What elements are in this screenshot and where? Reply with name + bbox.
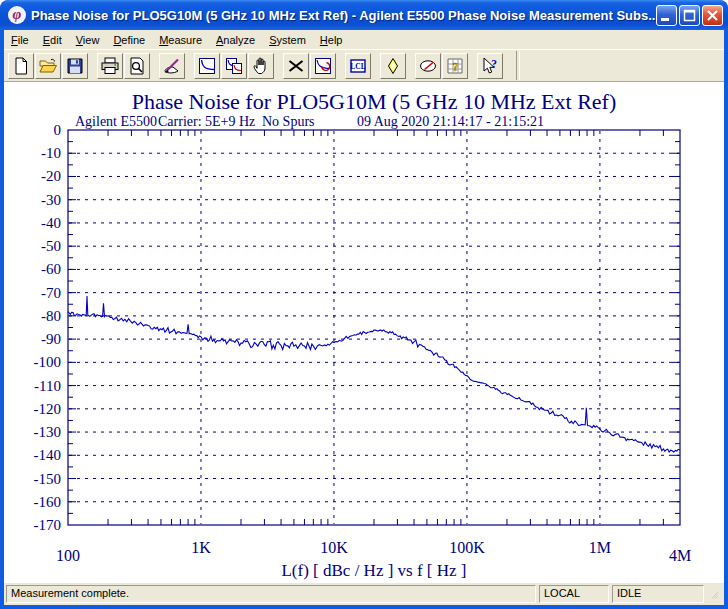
minimize-button[interactable] [656, 5, 677, 26]
chart-title: Phase Noise for PLO5G10M (5 GHz 10 MHz E… [132, 89, 617, 114]
resize-grip[interactable] [707, 585, 722, 603]
status-idle-indicator: IDLE [612, 585, 704, 603]
status-local-indicator: LOCAL [539, 585, 609, 603]
menu-edit[interactable]: Edit [36, 32, 69, 48]
x-tick-label: 1K [191, 539, 211, 556]
toolbar-group [97, 53, 151, 79]
new-button[interactable] [8, 53, 34, 79]
chart-area: Phase Noise for PLO5G10M (5 GHz 10 MHz E… [4, 82, 724, 583]
toolbar-group: ? [415, 53, 469, 79]
x-tick-label: 1M [589, 539, 611, 556]
toolbar-separator [516, 51, 520, 80]
svg-text:?: ? [452, 60, 458, 74]
chart-instrument-label: Agilent E5500 [75, 114, 157, 129]
open-button[interactable] [35, 53, 61, 79]
open-icon [38, 56, 58, 76]
replot-button[interactable] [310, 53, 336, 79]
toolbar-group [380, 53, 407, 79]
y-tick-label: -20 [41, 168, 61, 184]
window-title: Phase Noise for PLO5G10M (5 GHz 10 MHz E… [31, 8, 656, 23]
pan-icon [251, 56, 271, 76]
spur-grid-icon: ? [445, 56, 465, 76]
copy-plots-icon [224, 56, 244, 76]
y-tick-label: -70 [41, 285, 61, 301]
x-tick-label: 4M [669, 547, 691, 564]
plot-grid [69, 131, 679, 524]
status-bar: Measurement complete. LOCAL IDLE [4, 583, 724, 605]
x-tick-label: 10K [320, 539, 348, 556]
curve-plot-button[interactable] [194, 53, 220, 79]
delete-icon [286, 56, 306, 76]
toolbar-group [8, 53, 89, 79]
y-tick-label: -130 [34, 424, 62, 440]
context-help-button[interactable]: ? [477, 53, 503, 79]
save-button[interactable] [62, 53, 88, 79]
y-tick-label: -60 [41, 261, 61, 277]
title-bar[interactable]: φ Phase Noise for PLO5G10M (5 GHz 10 MHz… [0, 0, 728, 30]
new-icon [11, 56, 31, 76]
y-tick-label: 0 [54, 122, 62, 138]
print-preview-icon [127, 56, 147, 76]
menu-measure[interactable]: Measure [152, 32, 209, 48]
plot-border [68, 130, 680, 525]
print-button[interactable] [97, 53, 123, 79]
trace-path [68, 296, 680, 452]
spur-grid-button[interactable]: ? [442, 53, 468, 79]
sweep-marker-icon [383, 56, 403, 76]
y-tick-label: -140 [34, 447, 62, 463]
copy-plots-button[interactable] [221, 53, 247, 79]
x-tick-label: 100K [449, 539, 485, 556]
toolbar-group [159, 53, 186, 79]
print-icon [100, 56, 120, 76]
pan-button[interactable] [248, 53, 274, 79]
maximize-icon [680, 6, 699, 25]
chart-carrier-label: Carrier: 5E+9 Hz [158, 114, 255, 129]
toolbar-group: ? [477, 53, 504, 79]
meter-button[interactable] [415, 53, 441, 79]
y-tick-label: -40 [41, 215, 61, 231]
curve-plot-icon [197, 56, 217, 76]
menu-define[interactable]: Define [106, 32, 152, 48]
close-icon [703, 6, 722, 25]
print-preview-button[interactable] [124, 53, 150, 79]
y-tick-label: -150 [34, 471, 62, 487]
save-icon [65, 56, 85, 76]
lcl-icon: LCL [348, 56, 368, 76]
close-button[interactable] [702, 5, 723, 26]
app-phi-icon[interactable]: φ [8, 6, 26, 24]
minimize-icon [657, 6, 676, 25]
maximize-button[interactable] [679, 5, 700, 26]
plot-ticks [68, 130, 680, 525]
menu-bar: FileEditViewDefineMeasureAnalyzeSystemHe… [4, 30, 724, 49]
y-tick-label: -170 [34, 517, 62, 533]
toolbar: LCL?? [4, 49, 724, 82]
svg-text:LCL: LCL [350, 62, 365, 71]
annotate-button[interactable] [159, 53, 185, 79]
y-tick-label: -80 [41, 308, 61, 324]
y-tick-label: -50 [41, 238, 61, 254]
lcl-button[interactable]: LCL [345, 53, 371, 79]
toolbar-group: LCL [345, 53, 372, 79]
y-tick-label: -30 [41, 192, 61, 208]
axis-tick-labels: 0-10-20-30-40-50-60-70-80-90-100-110-120… [34, 122, 692, 564]
menu-file[interactable]: File [4, 32, 36, 48]
menu-system[interactable]: System [262, 32, 313, 48]
menu-help[interactable]: Help [313, 32, 350, 48]
toolbar-group [194, 53, 275, 79]
chart-svg: Phase Noise for PLO5G10M (5 GHz 10 MHz E… [4, 82, 724, 583]
toolbar-group [283, 53, 337, 79]
delete-button[interactable] [283, 53, 309, 79]
x-tick-label: 100 [56, 547, 80, 564]
replot-icon [313, 56, 333, 76]
menu-view[interactable]: View [69, 32, 107, 48]
chart-spurs-label: No Spurs [262, 114, 315, 129]
window-controls [656, 5, 723, 26]
y-tick-label: -90 [41, 331, 61, 347]
meter-icon [418, 56, 438, 76]
y-tick-label: -120 [34, 401, 62, 417]
sweep-marker-button[interactable] [380, 53, 406, 79]
menu-analyze[interactable]: Analyze [209, 32, 262, 48]
svg-text:?: ? [491, 58, 497, 70]
y-tick-label: -10 [41, 145, 61, 161]
y-tick-label: -110 [34, 378, 61, 394]
